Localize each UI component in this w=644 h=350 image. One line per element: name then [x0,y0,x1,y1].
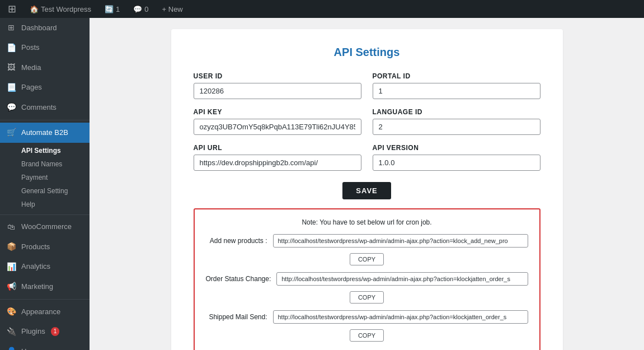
products-icon: 📦 [6,241,17,253]
sidebar-submenu-automate: API Settings Brand Names Payment General… [0,143,90,212]
sidebar-label-woocommerce: WooCommerce [21,222,72,232]
sidebar-sub-brand-names[interactable]: Brand Names [17,157,90,171]
form-row-1: USER ID PORTAL ID [194,72,540,99]
api-url-input[interactable] [194,155,361,171]
site-name-label: Test Wordpress [41,5,91,13]
site-name-bar[interactable]: 🏠 Test Wordpress [26,0,95,18]
portal-id-group: PORTAL ID [373,72,540,99]
plugins-icon: 🔌 [6,326,17,338]
admin-bar: ⊞ 🏠 Test Wordpress 🔄 1 💬 0 + New [0,0,644,18]
new-content-bar[interactable]: + New [159,0,186,18]
automate-b2b-icon: 🛒 [6,127,17,138]
dashboard-icon: ⊞ [6,22,17,34]
posts-icon: 📄 [6,43,17,54]
add-products-url-input[interactable] [273,234,528,248]
wp-logo[interactable]: ⊞ [4,0,20,18]
copy-add-products-button[interactable]: COPY [350,253,384,265]
sidebar-label-plugins: Plugins [21,326,45,337]
api-version-group: API VERSION [373,144,540,171]
users-icon: 👤 [6,346,17,350]
messages-bar[interactable]: 💬 0 [130,0,152,18]
sidebar-item-automate-b2b[interactable]: 🛒 Automate B2B [0,123,90,143]
copy-order-status-button[interactable]: COPY [350,291,384,304]
save-btn-row: SAVE [194,182,540,199]
api-url-group: API URL [194,144,361,171]
sidebar-label-pages: Pages [21,82,42,92]
messages-icon: 💬 [133,5,142,13]
sidebar-label-products: Products [21,242,50,252]
user-id-group: USER ID [194,72,361,99]
appearance-icon: 🎨 [6,306,17,318]
sidebar-label-media: Media [21,63,41,73]
sidebar-item-pages[interactable]: 📃 Pages [0,78,90,98]
sidebar-label-automate-b2b: Automate B2B [21,128,68,138]
copy-row-order-status: COPY [206,291,528,304]
add-products-label: Add new products : [206,237,267,245]
copy-shipped-mail-button[interactable]: COPY [350,329,384,342]
page-title: API Settings [194,46,540,59]
api-key-label: API KEY [194,108,361,116]
sidebar: ⊞ Dashboard 📄 Posts 🖼 Media 📃 Pages 💬 Co… [0,18,90,350]
comments-icon: 🔄 [105,5,114,13]
copy-row-shipped-mail: COPY [206,329,528,342]
plugins-badge: 1 [51,327,60,336]
sidebar-sep-3 [0,299,90,300]
sidebar-item-woocommerce[interactable]: 🛍 WooCommerce [0,217,90,237]
comments-bar[interactable]: 🔄 1 [101,0,123,18]
sidebar-item-posts[interactable]: 📄 Posts [0,38,90,58]
comments-sidebar-icon: 💬 [6,102,17,113]
sidebar-label-analytics: Analytics [21,262,50,272]
cron-row-add-products: Add new products : [206,234,528,248]
api-key-input[interactable] [194,119,361,135]
sidebar-sub-payment[interactable]: Payment [17,171,90,184]
save-button[interactable]: SAVE [342,182,391,199]
wp-logo-icon: ⊞ [8,3,16,15]
messages-count: 0 [144,5,148,13]
sidebar-item-users[interactable]: 👤 Users [0,342,90,350]
sidebar-sub-general-setting[interactable]: General Setting [17,184,90,198]
sidebar-sub-api-settings[interactable]: API Settings [17,144,90,157]
sidebar-item-marketing[interactable]: 📢 Marketing [0,277,90,297]
sidebar-item-media[interactable]: 🖼 Media [0,58,90,78]
language-id-label: LANGUAGE ID [373,108,540,116]
portal-id-input[interactable] [373,83,540,99]
user-id-input[interactable] [194,83,361,99]
settings-card: API Settings USER ID PORTAL ID API KEY [171,29,563,350]
form-row-3: API URL API VERSION [194,144,540,171]
main-layout: ⊞ Dashboard 📄 Posts 🖼 Media 📃 Pages 💬 Co… [0,18,644,350]
api-url-label: API URL [194,144,361,152]
language-id-input[interactable] [373,119,540,135]
sidebar-item-comments[interactable]: 💬 Comments [0,97,90,118]
sidebar-label-comments: Comments [21,102,57,113]
order-status-url-input[interactable] [276,272,528,286]
sidebar-item-products[interactable]: 📦 Products [0,237,90,257]
form-row-2: API KEY LANGUAGE ID [194,108,540,135]
sidebar-item-appearance[interactable]: 🎨 Appearance [0,302,90,322]
sidebar-item-plugins[interactable]: 🔌 Plugins 1 [0,322,90,342]
copy-row-add-products: COPY [206,253,528,265]
sidebar-label-posts: Posts [21,43,40,53]
site-icon: 🏠 [30,5,39,13]
sidebar-item-analytics[interactable]: 📊 Analytics [0,257,90,277]
sidebar-sub-help[interactable]: Help [17,198,90,211]
shipped-mail-label: Shipped Mail Send: [206,313,267,321]
portal-id-label: PORTAL ID [373,72,540,80]
order-status-label: Order Status Change: [206,275,271,283]
sidebar-label-appearance: Appearance [21,307,60,317]
cron-row-shipped-mail: Shipped Mail Send: [206,310,528,324]
sidebar-label-marketing: Marketing [21,282,53,292]
media-icon: 🖼 [6,62,17,73]
sidebar-label-users: Users [21,347,40,350]
cron-section: Note: You have to set below url for cron… [194,208,540,350]
api-version-label: API VERSION [373,144,540,152]
api-version-input[interactable] [373,155,540,171]
api-key-group: API KEY [194,108,361,135]
shipped-mail-url-input[interactable] [273,310,528,324]
pages-icon: 📃 [6,82,17,94]
content-area: API Settings USER ID PORTAL ID API KEY [90,18,644,350]
new-content-label: + New [162,5,183,13]
sidebar-item-dashboard[interactable]: ⊞ Dashboard [0,18,90,38]
cron-row-order-status: Order Status Change: [206,272,528,286]
cron-note: Note: You have to set below url for cron… [206,218,528,226]
sidebar-label-dashboard: Dashboard [21,23,57,33]
